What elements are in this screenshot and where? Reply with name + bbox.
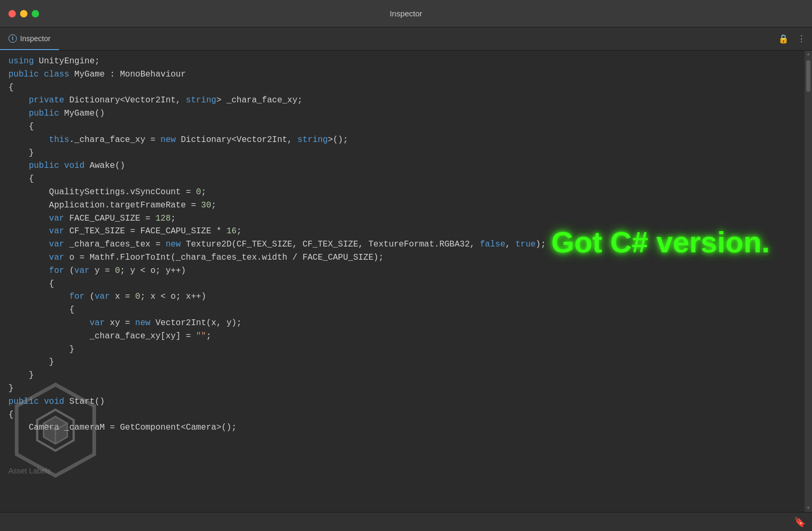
inspector-tab[interactable]: i Inspector bbox=[0, 27, 59, 50]
scroll-down-arrow[interactable]: ▼ bbox=[805, 505, 812, 512]
info-icon: i bbox=[8, 34, 17, 43]
code-container: using UnityEngine; public class MyGame :… bbox=[0, 51, 812, 512]
window-title: Inspector bbox=[390, 9, 422, 18]
code-block: using UnityEngine; public class MyGame :… bbox=[8, 55, 796, 434]
close-button[interactable] bbox=[8, 10, 16, 17]
maximize-button[interactable] bbox=[32, 10, 39, 17]
tab-label: Inspector bbox=[20, 34, 51, 43]
title-bar: Inspector bbox=[0, 0, 812, 27]
tab-bar: i Inspector 🔒 ⋮ bbox=[0, 27, 812, 51]
code-content: using UnityEngine; public class MyGame :… bbox=[0, 51, 805, 512]
scroll-thumb[interactable] bbox=[806, 60, 810, 92]
minimize-button[interactable] bbox=[20, 10, 27, 17]
scroll-up-arrow[interactable]: ▲ bbox=[805, 51, 812, 58]
asset-labels-text: Asset Labels bbox=[8, 467, 51, 475]
menu-icon[interactable]: ⋮ bbox=[795, 32, 808, 46]
tab-bar-actions: 🔒 ⋮ bbox=[776, 32, 808, 46]
bottom-bar: 🔖 bbox=[0, 512, 812, 531]
window-controls bbox=[8, 10, 39, 17]
lock-icon[interactable]: 🔒 bbox=[776, 32, 791, 46]
bookmark-icon[interactable]: 🔖 bbox=[794, 516, 806, 528]
vertical-scrollbar[interactable]: ▲ ▼ bbox=[805, 51, 812, 512]
unity-logo-overlay bbox=[5, 380, 106, 480]
